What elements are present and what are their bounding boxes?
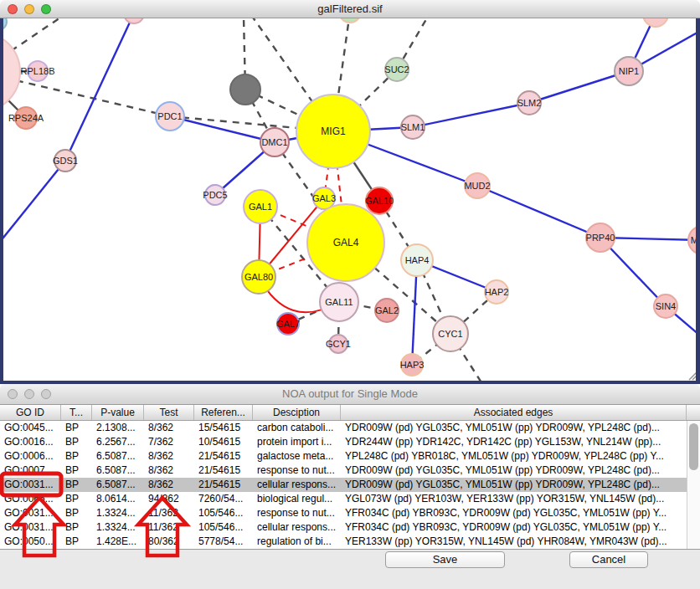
table-cell: YER133W (pp) YOR315W, YNL145W (pd) YHR08…	[341, 535, 687, 549]
node-label-MIG1: MIG1	[321, 125, 346, 137]
table-cell: 105/546...	[194, 520, 253, 535]
cancel-button[interactable]: Cancel	[569, 551, 648, 568]
node-label-GAL7: GAL7	[276, 319, 300, 329]
node-trpink[interactable]	[643, 18, 668, 27]
node-label-GAL3: GAL3	[312, 193, 336, 203]
edge-blue	[477, 186, 600, 238]
table-header: GO IDT...P-valueTestReferen...Desciption…	[0, 405, 700, 421]
table-cell: GO:0016...	[0, 435, 61, 449]
table-cell: GO:0050...	[0, 535, 61, 549]
node-label-PRP40: PRP40	[586, 233, 615, 243]
node-greentop[interactable]	[339, 18, 361, 23]
node-label-SUC2: SUC2	[384, 64, 409, 74]
node-label-PDC5: PDC5	[203, 190, 227, 200]
node-label-GDS1: GDS1	[53, 156, 78, 166]
column-header-test[interactable]: Test	[144, 405, 194, 420]
column-header-go-id[interactable]: GO ID	[0, 405, 61, 420]
table-scrollbar[interactable]	[687, 421, 700, 549]
table-row[interactable]: GO:0006...BP6.5087...8/36221/54615galact…	[0, 449, 687, 464]
save-button[interactable]: Save	[385, 551, 505, 568]
node-label-GAL4: GAL4	[333, 237, 359, 248]
table-row[interactable]: GO:0031...BP6.5087...8/36221/54615cellul…	[0, 478, 687, 492]
table-cell: YDR009W (pd) YGL035C, YML051W (pp) YDR00…	[341, 421, 687, 435]
table-row[interactable]: GO:0065...BP8.0614...94/3627260/54...bio…	[0, 492, 687, 506]
table-cell: 105/546...	[194, 506, 253, 520]
column-header-desciption[interactable]: Desciption	[253, 405, 341, 420]
edge-blue	[529, 71, 629, 103]
table-cell: 6.2567...	[92, 435, 144, 449]
table-cell: BP	[61, 492, 92, 506]
table-cell: 21/54615	[194, 449, 253, 464]
node-gray[interactable]	[230, 74, 260, 105]
graph-window-title: galFiltered.sif	[0, 3, 700, 15]
node-label-GAL2: GAL2	[375, 305, 399, 315]
table-cell: 1.428E...	[92, 535, 144, 549]
node-label-SIN4: SIN4	[656, 301, 676, 311]
table-cell: YFR034C (pd) YBR093C, YDR009W (pd) YGL03…	[341, 520, 687, 535]
node-label-NIP1: NIP1	[619, 66, 639, 76]
table-cell: BP	[61, 478, 92, 492]
table-cell: 80/362	[144, 535, 194, 549]
table-cell: BP	[61, 421, 92, 435]
edge-blue	[0, 161, 65, 242]
table-cell: 8/362	[144, 478, 194, 492]
table-cell: YDR009W (pd) YGL035C, YML051W (pp) YDR00…	[341, 464, 687, 478]
table-cell: protein import i...	[253, 435, 341, 449]
node-label-GAL80: GAL80	[244, 272, 273, 282]
table-row[interactable]: GO:0031...BP1.3324...11/362105/546...cel…	[0, 520, 687, 535]
table-cell: 7260/54...	[194, 492, 253, 506]
table-cell: cellular respons...	[253, 478, 341, 492]
node-label-DMC1: DMC1	[261, 137, 287, 147]
table-cell: 11/362	[144, 520, 194, 535]
table-cell: 10/54615	[194, 435, 253, 449]
table-cell: 6.5087...	[92, 478, 144, 492]
table-row[interactable]: GO:0050...BP1.428E...80/3625778/54...reg…	[0, 535, 687, 549]
table-body: GO:0045...BP2.1308...8/36215/54615carbon…	[0, 421, 687, 549]
table-row[interactable]: GO:0045...BP2.1308...8/36215/54615carbon…	[0, 421, 687, 435]
table-row[interactable]: GO:0016...BP6.2567...7/36210/54615protei…	[0, 435, 687, 449]
column-header-p-value[interactable]: P-value	[92, 405, 144, 420]
scrollbar-thumb[interactable]	[689, 423, 698, 470]
node-label-HAP4: HAP4	[405, 255, 430, 265]
column-header-associated-edges[interactable]: Associated edges	[341, 405, 687, 420]
table-cell: 5778/54...	[194, 535, 253, 549]
column-header-stub	[687, 405, 700, 420]
node-toppink[interactable]	[124, 18, 144, 23]
table-cell: 6.5087...	[92, 449, 144, 464]
node-label-SLM2: SLM2	[517, 98, 542, 108]
table-cell: YDR244W (pp) YDR142C, YDR142C (pp) YGL15…	[341, 435, 687, 449]
graph-window-titlebar: galFiltered.sif	[0, 0, 700, 18]
table-cell: BP	[61, 535, 92, 549]
table-cell: biological regul...	[253, 492, 341, 506]
table-cell: response to nut...	[253, 464, 341, 478]
table-cell: 8/362	[144, 464, 194, 478]
column-header-referen-[interactable]: Referen...	[194, 405, 253, 420]
node-label-CYC1: CYC1	[438, 329, 462, 339]
node-label-RPL18B: RPL18B	[21, 66, 55, 76]
table-cell: 6.5087...	[92, 464, 144, 478]
table-cell: 11/362	[144, 506, 194, 520]
table-cell: 94/362	[144, 492, 194, 506]
table-row[interactable]: GO:0031...BP1.3324...11/362105/546...res…	[0, 506, 687, 520]
network-canvas[interactable]: RPL18BRPS24APDC1GDS1MIG1DMC1PDC5SUC2SLM1…	[0, 18, 700, 384]
table-cell: galactose meta...	[253, 449, 341, 464]
table-cell: 1.3324...	[92, 520, 144, 535]
table-cell: YPL248C (pd) YBR018C, YML051W (pp) YDR00…	[341, 449, 687, 464]
node-label-GAL11: GAL11	[325, 297, 353, 307]
column-header-t-[interactable]: T...	[61, 405, 92, 420]
noa-window-titlebar: NOA output for Single Mode	[0, 384, 700, 405]
table-cell: cellular respons...	[253, 520, 341, 535]
table-row[interactable]: GO:0007...BP6.5087...8/36221/54615respon…	[0, 464, 687, 478]
table-cell: 8/362	[144, 449, 194, 464]
table-cell: 2.1308...	[92, 421, 144, 435]
table-cell: YGL073W (pd) YER103W, YER133W (pp) YOR31…	[341, 492, 687, 506]
table-cell: YDR009W (pd) YGL035C, YML051W (pp) YDR00…	[341, 478, 687, 492]
canvas-border	[0, 18, 3, 384]
node-label-PDC1: PDC1	[157, 111, 182, 121]
table-cell: GO:0007...	[0, 464, 61, 478]
table-cell: GO:0031...	[0, 520, 61, 535]
table-cell: GO:0031...	[0, 506, 61, 520]
node-label-HAP3: HAP3	[400, 360, 425, 370]
table-cell: GO:0045...	[0, 421, 61, 435]
table-cell: BP	[61, 506, 92, 520]
